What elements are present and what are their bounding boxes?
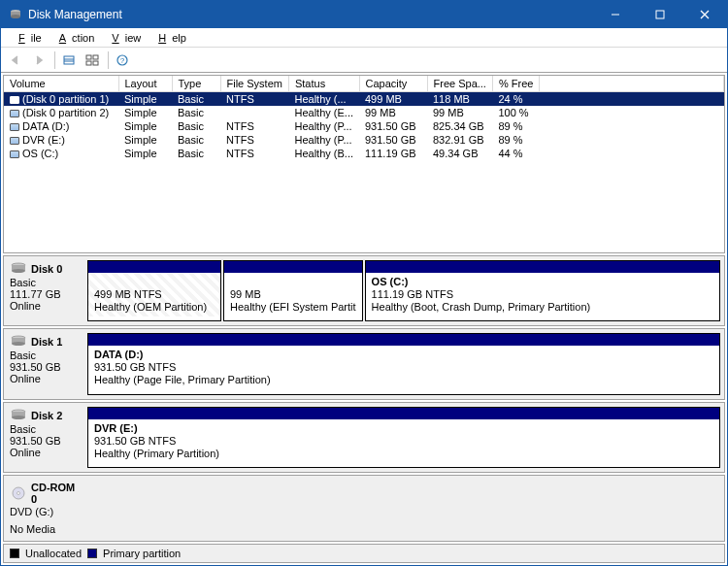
app-icon — [9, 8, 22, 21]
disk-type: Basic — [10, 277, 78, 288]
svg-rect-13 — [93, 61, 98, 65]
legend-label-unallocated: Unallocated — [25, 548, 82, 559]
menu-help[interactable]: Help — [147, 30, 192, 46]
legend-label-primary: Primary partition — [103, 548, 181, 559]
svg-rect-11 — [93, 55, 98, 59]
disk-name: Disk 0 — [31, 263, 62, 275]
disk-state: Online — [10, 447, 78, 458]
maximize-button[interactable] — [638, 1, 682, 28]
disk-type: Basic — [10, 350, 78, 361]
minimize-button[interactable] — [593, 1, 638, 28]
disk-panel-0[interactable]: Disk 0 Basic 111.77 GB Online 499 MB NTF… — [3, 255, 725, 326]
col-freespace[interactable]: Free Spa... — [427, 76, 492, 92]
disk-size: 111.77 GB — [10, 288, 78, 300]
app-title: Disk Management — [28, 8, 593, 21]
disk-info: CD-ROM 0 DVD (G:) No Media — [4, 476, 83, 541]
toolbar: ? — [1, 48, 727, 73]
window: Disk Management File Action View Help ? — [0, 0, 728, 566]
nav-forward-button[interactable] — [28, 50, 50, 71]
svg-point-2 — [11, 15, 20, 18]
svg-point-26 — [17, 491, 20, 494]
col-volume[interactable]: Volume — [4, 76, 118, 92]
menu-view[interactable]: View — [100, 30, 147, 46]
toolbar-separator — [108, 51, 109, 69]
menu-action[interactable]: Action — [48, 30, 101, 46]
col-layout[interactable]: Layout — [118, 76, 172, 92]
table-row[interactable]: OS (C:)SimpleBasicNTFSHealthy (B...111.1… — [4, 147, 724, 160]
refresh-button[interactable] — [58, 50, 80, 71]
nav-back-button[interactable] — [5, 50, 26, 71]
col-filesystem[interactable]: File System — [220, 76, 288, 92]
col-spare[interactable] — [540, 76, 724, 92]
legend-swatch-primary — [87, 549, 97, 558]
disk-size: 931.50 GB — [10, 435, 78, 447]
disk-info: Disk 1 Basic 931.50 GB Online — [4, 329, 83, 398]
help-button[interactable]: ? — [112, 50, 133, 71]
window-controls — [593, 1, 727, 28]
column-header-row[interactable]: Volume Layout Type File System Status Ca… — [4, 76, 724, 92]
disk-name: CD-ROM 0 — [31, 482, 78, 505]
menu-file[interactable]: File — [7, 30, 48, 46]
table-row[interactable]: DVR (E:)SimpleBasicNTFSHealthy (P...931.… — [4, 133, 724, 147]
disk-icon — [10, 262, 27, 276]
disk-panel-1[interactable]: Disk 1 Basic 931.50 GB Online DATA (D:)9… — [3, 328, 725, 399]
svg-point-21 — [12, 342, 25, 346]
toolbar-separator — [54, 51, 55, 69]
cdrom-icon — [10, 486, 27, 500]
volume-icon — [10, 123, 19, 131]
svg-rect-7 — [64, 56, 74, 64]
col-capacity[interactable]: Capacity — [359, 76, 427, 92]
disk-size: 931.50 GB — [10, 361, 78, 373]
disk-state: Online — [10, 373, 78, 384]
table-row[interactable]: (Disk 0 partition 1)SimpleBasicNTFSHealt… — [4, 92, 724, 107]
close-button[interactable] — [682, 1, 727, 28]
col-status[interactable]: Status — [288, 76, 359, 92]
partition[interactable]: 99 MBHealthy (EFI System Partit — [223, 260, 363, 321]
disk-icon — [10, 409, 27, 422]
partition[interactable]: DATA (D:)931.50 GB NTFSHealthy (Page Fil… — [87, 333, 720, 394]
table-row[interactable]: (Disk 0 partition 2)SimpleBasicHealthy (… — [4, 106, 724, 119]
titlebar: Disk Management — [1, 1, 727, 28]
legend-swatch-unallocated — [10, 549, 19, 558]
disk-type: Basic — [10, 423, 78, 435]
disk-icon — [10, 335, 27, 349]
partition[interactable]: DVR (E:)931.50 GB NTFSHealthy (Primary P… — [87, 407, 720, 468]
col-type[interactable]: Type — [172, 76, 220, 92]
drive-letter: DVD (G:) — [10, 506, 78, 517]
volume-icon — [10, 110, 19, 117]
legend: Unallocated Primary partition — [3, 544, 725, 563]
volume-list[interactable]: Volume Layout Type File System Status Ca… — [3, 75, 725, 253]
disk-panel-cdrom[interactable]: CD-ROM 0 DVD (G:) No Media — [3, 475, 725, 542]
disk-graph-area: Disk 0 Basic 111.77 GB Online 499 MB NTF… — [3, 255, 725, 542]
partition[interactable]: 499 MB NTFSHealthy (OEM Partition) — [87, 260, 221, 321]
partition[interactable]: OS (C:)111.19 GB NTFSHealthy (Boot, Cras… — [365, 260, 720, 321]
disk-state: Online — [10, 300, 78, 312]
disk-state: No Media — [10, 523, 78, 535]
svg-text:?: ? — [120, 56, 125, 65]
svg-rect-4 — [656, 11, 664, 18]
disk-name: Disk 1 — [31, 336, 62, 348]
svg-rect-10 — [86, 55, 91, 59]
list-view-button[interactable] — [82, 50, 103, 71]
disk-name: Disk 2 — [31, 410, 62, 421]
menubar: File Action View Help — [1, 28, 727, 48]
svg-point-18 — [12, 269, 25, 273]
volume-icon — [10, 150, 19, 158]
table-row[interactable]: DATA (D:)SimpleBasicNTFSHealthy (P...931… — [4, 119, 724, 133]
volume-icon — [10, 96, 19, 104]
disk-panel-2[interactable]: Disk 2 Basic 931.50 GB Online DVR (E:)93… — [3, 402, 725, 473]
volume-icon — [10, 137, 19, 145]
svg-point-24 — [12, 416, 25, 419]
disk-info: Disk 2 Basic 931.50 GB Online — [4, 403, 83, 472]
disk-info: Disk 0 Basic 111.77 GB Online — [4, 256, 83, 325]
col-pctfree[interactable]: % Free — [492, 76, 539, 92]
svg-rect-12 — [86, 61, 91, 65]
